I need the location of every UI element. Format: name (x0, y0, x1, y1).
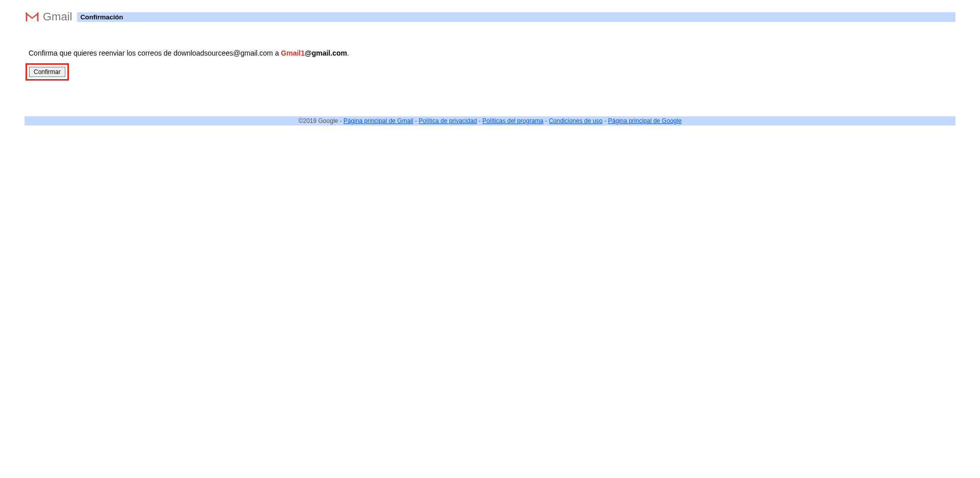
page-title-bar: Confirmación (77, 12, 955, 22)
target-email-suffix: @gmail.com (305, 49, 347, 57)
message-prefix: Confirma que quieres reenviar los correo… (29, 49, 281, 57)
footer-link-gmail-home[interactable]: Página principal de Gmail (344, 117, 413, 124)
header: Gmail Confirmación (24, 10, 955, 23)
footer-link-google-home[interactable]: Página principal de Google (608, 117, 681, 124)
page-container: Gmail Confirmación Confirma que quieres … (0, 0, 980, 136)
footer-link-program-policies[interactable]: Políticas del programa (482, 117, 543, 124)
footer-link-privacy[interactable]: Política de privacidad (419, 117, 477, 124)
footer-link-terms[interactable]: Condiciones de uso (549, 117, 602, 124)
footer-copyright: ©2019 Google (299, 117, 338, 124)
gmail-product-name: Gmail (43, 10, 72, 23)
footer: ©2019 Google - Página principal de Gmail… (24, 116, 955, 125)
footer-separator: - (477, 117, 482, 124)
footer-separator: - (338, 117, 344, 124)
footer-separator: - (543, 117, 549, 124)
footer-separator: - (413, 117, 419, 124)
confirm-button[interactable]: Confirmar (29, 67, 65, 77)
confirm-button-highlight: Confirmar (26, 63, 69, 81)
gmail-logo: Gmail (24, 10, 72, 23)
gmail-icon (24, 11, 40, 22)
page-title: Confirmación (80, 13, 123, 21)
confirmation-message: Confirma que quieres reenviar los correo… (24, 49, 955, 57)
message-end: . (347, 49, 349, 57)
footer-separator: - (603, 117, 608, 124)
target-email-prefix: Gmail1 (281, 49, 305, 57)
